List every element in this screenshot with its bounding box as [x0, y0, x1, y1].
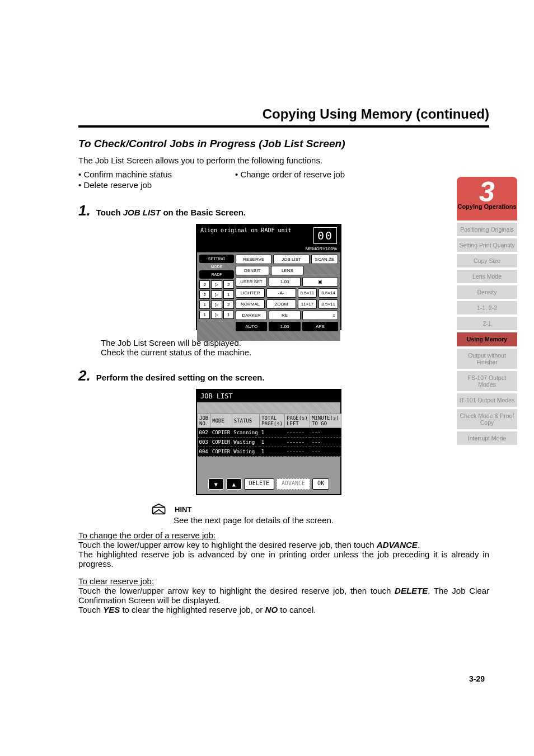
lighter-button[interactable]: LIGHTER: [236, 288, 265, 298]
darker-button[interactable]: DARKER: [236, 311, 267, 320]
step-command: JOB LIST: [123, 208, 161, 217]
chapter-number: 3: [457, 178, 517, 206]
basic-screen-figure: Align original on RADF unit 00 MEMORY100…: [196, 224, 341, 330]
arrow-icon: ▷: [211, 280, 222, 289]
table-row[interactable]: 003COPIERWaiting1---------: [198, 438, 341, 447]
job-list-screen-figure: JOB LIST JOB NO. MODE STATUS TOTAL PAGE(…: [196, 389, 341, 495]
arrow-down-button[interactable]: ▼: [208, 478, 224, 490]
scan-ze-button[interactable]: SCAN ZE: [311, 255, 338, 264]
side-tab[interactable]: 1-1, 2-2: [457, 301, 517, 314]
advance-button[interactable]: ADVANCE: [277, 478, 310, 490]
setting-button[interactable]: SETTING: [199, 255, 234, 263]
command-text: YES: [103, 605, 120, 614]
step-text: Perform the desired setting on the scree…: [96, 373, 265, 382]
zoom-button[interactable]: ZOOM: [266, 299, 296, 309]
body-text: The highlighted reserve job is advanced …: [78, 550, 489, 569]
procedure-heading: To clear reserve job:: [78, 576, 489, 586]
side-tab[interactable]: Interrupt Mode: [457, 431, 517, 445]
memory-indicator: MEMORY100%: [197, 246, 340, 252]
side-tab[interactable]: Output without Finisher: [457, 349, 517, 369]
counter-display: 00: [313, 227, 337, 244]
side-tab[interactable]: IT-101 Output Modes: [457, 393, 517, 407]
side-tab[interactable]: 2-1: [457, 317, 517, 330]
bullet-item: • Delete reserve job: [78, 180, 235, 190]
mode-cell[interactable]: 2: [199, 280, 210, 289]
mode-cell[interactable]: 2: [199, 290, 210, 299]
size-button[interactable]: 8.5×11: [318, 299, 338, 309]
step-text: on the Basic Screen.: [161, 208, 246, 217]
size-button[interactable]: 8.5×14: [318, 288, 338, 298]
size-button[interactable]: 11×17: [298, 299, 317, 309]
side-tab[interactable]: Using Memory: [457, 332, 517, 346]
table-row[interactable]: 004COPIERWaiting1---------: [198, 447, 341, 457]
col-header: MINUTE(s) TO GO: [310, 414, 341, 428]
mode-cell[interactable]: 1: [199, 311, 210, 319]
job-list-button[interactable]: JOB LIST: [273, 255, 309, 264]
arrow-up-button[interactable]: ▲: [226, 478, 242, 490]
hint-label: HINT: [175, 505, 191, 514]
col-header: MODE: [210, 414, 232, 428]
body-text: to clear the highlighted reserve job, or: [120, 605, 265, 614]
bullet-list: • Confirm machine status • Delete reserv…: [78, 170, 489, 192]
paper-icon[interactable]: ▣: [302, 277, 338, 287]
screen-title: JOB LIST: [197, 390, 340, 402]
procedure-heading: To change the order of a reserve job:: [78, 530, 489, 540]
bullet-item: • Change order of reserve job: [235, 170, 403, 179]
mode-cell[interactable]: 1: [199, 300, 210, 309]
arrow-icon: ▷: [211, 290, 222, 299]
body-text: Touch the lower/upper arrow key to highl…: [78, 586, 395, 595]
side-tab[interactable]: Lens Mode: [457, 270, 517, 283]
side-tab[interactable]: Check Mode & Proof Copy: [457, 409, 517, 429]
body-text: .: [418, 540, 420, 550]
instruction-text: Check the current status of the machine.: [101, 348, 489, 357]
command-text: DELETE: [395, 586, 428, 595]
a-value: -A-: [266, 288, 296, 298]
bullet-item: • Confirm machine status: [78, 170, 235, 179]
chapter-label: Copying Operations: [457, 204, 517, 210]
col-header: JOB NO.: [198, 414, 210, 428]
mode-cell[interactable]: 1: [223, 311, 234, 319]
size-button[interactable]: 8.5×11: [298, 288, 317, 298]
qty-value: 1: [302, 311, 338, 320]
user-set-button[interactable]: USER SET: [236, 277, 267, 287]
step-number: 2.: [78, 367, 91, 384]
ok-button[interactable]: OK: [312, 478, 329, 490]
normal-button[interactable]: NORMAL: [236, 299, 265, 309]
col-header: TOTAL PAGE(s): [260, 414, 285, 428]
density-label: DENSIT: [236, 266, 269, 275]
side-tab[interactable]: Positioning Originals: [457, 223, 517, 236]
table-row[interactable]: 002COPIERScanning1---------: [198, 428, 341, 438]
re-button[interactable]: RE: [269, 311, 300, 320]
mode-label: MODE: [199, 265, 234, 269]
step-text: Touch: [96, 208, 123, 217]
body-text: Touch the lower/upper arrow key to highl…: [78, 540, 377, 550]
side-tab[interactable]: Setting Print Quantity: [457, 238, 517, 252]
body-text: Touch: [78, 605, 103, 614]
col-header: PAGE(s) LEFT: [285, 414, 310, 428]
step-number: 1.: [78, 202, 91, 219]
command-text: ADVANCE: [377, 540, 418, 550]
page-number: 3-29: [469, 674, 485, 683]
side-tab[interactable]: Copy Size: [457, 254, 517, 267]
delete-button[interactable]: DELETE: [244, 478, 274, 490]
command-text: NO: [265, 605, 278, 614]
arrow-icon: ▷: [211, 311, 222, 319]
mode-cell[interactable]: 2: [223, 280, 234, 289]
aps-button[interactable]: APS: [302, 322, 338, 331]
section-title: Copying Using Memory (continued): [78, 106, 489, 122]
chapter-badge: 3 Copying Operations: [457, 177, 517, 220]
radf-button[interactable]: RADF: [199, 270, 234, 279]
mode-cell[interactable]: 1: [223, 290, 234, 299]
job-list-table: JOB NO. MODE STATUS TOTAL PAGE(s) PAGE(s…: [197, 414, 341, 457]
arrow-icon: ▷: [211, 300, 222, 309]
reserve-button[interactable]: RESERVE: [236, 255, 271, 264]
side-tab[interactable]: FS-107 Output Modes: [457, 371, 517, 391]
side-tab[interactable]: Density: [457, 285, 517, 299]
auto-button[interactable]: AUTO: [236, 322, 267, 331]
lens-value: 1.00: [269, 277, 300, 287]
hint-text: See the next page for details of the scr…: [174, 515, 489, 525]
lens-label: LENS: [271, 266, 305, 275]
hint-icon: [151, 503, 170, 515]
mode-cell[interactable]: 2: [223, 300, 234, 309]
intro-text: The Job List Screen allows you to perfor…: [78, 156, 489, 165]
